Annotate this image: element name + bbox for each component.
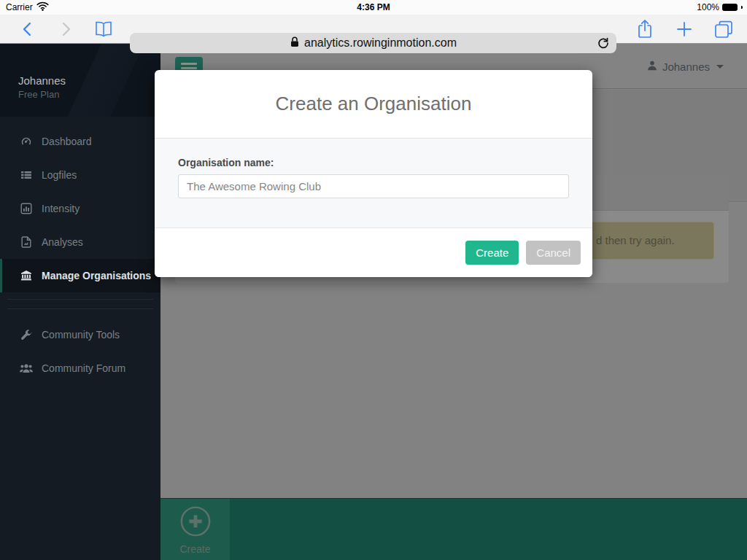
battery-icon xyxy=(722,4,738,11)
modal-footer: Create Cancel xyxy=(155,228,592,277)
reload-button[interactable] xyxy=(597,36,610,52)
sidebar-item-label: Logfiles xyxy=(42,169,77,181)
intensity-icon xyxy=(20,203,33,214)
sidebar-user-block: Johannes Free Plan xyxy=(0,44,160,117)
screen: Carrier 4:36 PM 100% analytics.rowinginm… xyxy=(0,0,747,560)
organisation-name-input[interactable] xyxy=(178,174,569,198)
new-tab-button[interactable] xyxy=(675,15,694,44)
sidebar-item-logfiles[interactable]: Logfiles xyxy=(0,158,160,192)
chevron-down-icon xyxy=(716,65,724,69)
sidebar-item-label: Community Tools xyxy=(42,329,120,341)
sidebar-item-label: Community Forum xyxy=(42,362,125,374)
user-name: Johannes xyxy=(18,74,160,87)
back-button[interactable] xyxy=(19,15,36,44)
battery-percent: 100% xyxy=(697,2,719,12)
modal-header: Create an Organisation xyxy=(155,70,592,139)
sidebar-item-community-forum[interactable]: Community Forum xyxy=(0,351,160,385)
sidebar-nav: Dashboard Logfiles Intensity Analyses xyxy=(0,125,160,385)
address-bar[interactable]: analytics.rowinginmotion.com xyxy=(130,33,616,53)
safari-toolbar: analytics.rowinginmotion.com xyxy=(0,15,747,44)
sidebar-item-intensity[interactable]: Intensity xyxy=(0,192,160,225)
person-icon xyxy=(647,61,657,73)
cancel-button[interactable]: Cancel xyxy=(526,241,581,265)
lock-icon xyxy=(290,36,300,51)
footer-create-button[interactable]: Create xyxy=(160,499,230,560)
logfiles-icon xyxy=(20,169,33,181)
plus-circle-icon xyxy=(179,505,212,540)
warning-alert-text: d then try again. xyxy=(596,234,675,246)
analyses-icon xyxy=(20,236,33,248)
wrench-icon xyxy=(20,329,33,341)
ios-status-bar: Carrier 4:36 PM 100% xyxy=(0,0,747,15)
organisation-name-label: Organisation name: xyxy=(178,157,569,168)
user-menu-label: Johannes xyxy=(662,61,710,73)
user-menu[interactable]: Johannes xyxy=(647,44,724,89)
sidebar-item-label: Intensity xyxy=(42,203,80,214)
sidebar-item-community-tools[interactable]: Community Tools xyxy=(0,318,160,351)
share-button[interactable] xyxy=(635,15,654,44)
modal-title: Create an Organisation xyxy=(276,93,472,115)
forward-button[interactable] xyxy=(57,15,74,44)
clock: 4:36 PM xyxy=(0,2,747,12)
users-icon xyxy=(20,363,33,373)
url-text: analytics.rowinginmotion.com xyxy=(304,36,457,50)
sidebar-item-analyses[interactable]: Analyses xyxy=(0,225,160,259)
battery-nub xyxy=(741,6,743,9)
sidebar-item-manage-organisations[interactable]: Manage Organisations xyxy=(0,259,160,292)
dashboard-icon xyxy=(20,136,33,147)
sidebar: Johannes Free Plan Dashboard Logfiles xyxy=(0,44,160,560)
sidebar-item-label: Manage Organisations xyxy=(42,270,151,281)
create-button[interactable]: Create xyxy=(465,241,519,265)
sidebar-divider xyxy=(7,299,153,309)
create-organisation-modal: Create an Organisation Organisation name… xyxy=(155,70,592,277)
sidebar-item-dashboard[interactable]: Dashboard xyxy=(0,125,160,158)
footer-action-bar: Create xyxy=(160,498,747,560)
sidebar-item-label: Dashboard xyxy=(42,136,92,147)
footer-create-label: Create xyxy=(179,543,210,555)
user-plan: Free Plan xyxy=(18,89,160,100)
tabs-button[interactable] xyxy=(713,15,734,44)
sidebar-item-label: Analyses xyxy=(42,236,83,248)
bookmarks-button[interactable] xyxy=(93,15,114,44)
modal-body: Organisation name: xyxy=(155,139,592,228)
bank-icon xyxy=(20,270,33,281)
